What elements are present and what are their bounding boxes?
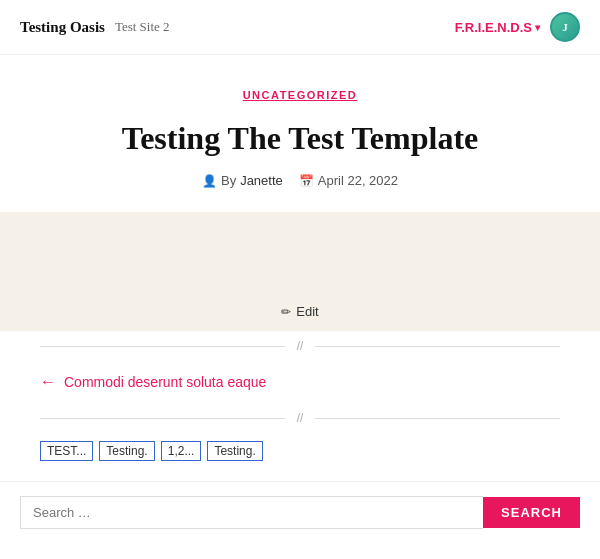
- site-title[interactable]: Testing Oasis: [20, 19, 105, 36]
- footer-search: SEARCH: [0, 481, 600, 543]
- post-date: April 22, 2022: [318, 173, 398, 188]
- category-label[interactable]: UNCATEGORIZED: [243, 89, 358, 101]
- avatar[interactable]: J: [550, 12, 580, 42]
- divider-text-2: //: [285, 403, 316, 433]
- calendar-icon: 📅: [299, 174, 314, 188]
- left-arrow-icon: ←: [40, 373, 56, 391]
- nav-friends-link[interactable]: F.R.I.E.N.D.S ▾: [455, 20, 540, 35]
- post-meta-date: 📅 April 22, 2022: [299, 173, 398, 188]
- prev-post-label: Commodi deserunt soluta eaque: [64, 374, 266, 390]
- post-meta-author: 👤 By Janette: [202, 173, 283, 188]
- edit-link[interactable]: ✏ Edit: [281, 304, 318, 319]
- author-link[interactable]: Janette: [240, 173, 283, 188]
- list-item[interactable]: Testing.: [207, 441, 262, 461]
- avatar-initial: J: [562, 21, 568, 33]
- list-item[interactable]: TEST...: [40, 441, 93, 461]
- divider-section: // ← Commodi deserunt soluta eaque // TE…: [0, 331, 600, 461]
- site-header: Testing Oasis Test Site 2 F.R.I.E.N.D.S …: [0, 0, 600, 55]
- edit-label: Edit: [296, 304, 318, 319]
- header-nav: F.R.I.E.N.D.S ▾ J: [455, 12, 580, 42]
- post-meta: 👤 By Janette 📅 April 22, 2022: [40, 173, 560, 188]
- meta-by: By: [221, 173, 236, 188]
- search-button[interactable]: SEARCH: [483, 497, 580, 528]
- divider-text-1: //: [285, 331, 316, 361]
- nav-friends-label: F.R.I.E.N.D.S: [455, 20, 532, 35]
- divider-line-1: //: [40, 331, 560, 361]
- prev-post-link[interactable]: ← Commodi deserunt soluta eaque: [40, 373, 560, 391]
- tag-list: TEST... Testing. 1,2... Testing.: [40, 441, 560, 461]
- post-nav: ← Commodi deserunt soluta eaque: [40, 361, 560, 403]
- list-item[interactable]: 1,2...: [161, 441, 202, 461]
- site-subtitle: Test Site 2: [115, 19, 170, 35]
- search-input[interactable]: [20, 496, 483, 529]
- tags-area: TEST... Testing. 1,2... Testing.: [40, 433, 560, 461]
- main-content: UNCATEGORIZED Testing The Test Template …: [0, 85, 600, 188]
- list-item[interactable]: Testing.: [99, 441, 154, 461]
- edit-bar: ✏ Edit: [0, 292, 600, 331]
- person-icon: 👤: [202, 174, 217, 188]
- post-category: UNCATEGORIZED: [40, 85, 560, 103]
- post-title: Testing The Test Template: [40, 119, 560, 157]
- chevron-down-icon: ▾: [535, 22, 540, 33]
- post-content-area: [0, 212, 600, 292]
- divider-line-2: //: [40, 403, 560, 433]
- edit-icon: ✏: [281, 305, 291, 319]
- site-title-group: Testing Oasis Test Site 2: [20, 19, 170, 36]
